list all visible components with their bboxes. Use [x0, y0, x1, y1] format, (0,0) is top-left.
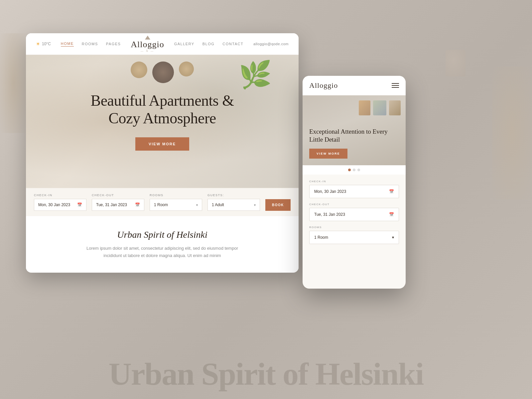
bg-chair-right — [492, 66, 532, 200]
bg-chair-left — [0, 33, 27, 133]
rooms-label: ROOMS — [150, 194, 202, 197]
art-piece-2 — [373, 100, 386, 115]
hamburger-line-2 — [392, 85, 399, 86]
booking-bar: CHECK-IN Mon, 30 Jan 2023 📅 CHECK-OUT Tu… — [26, 188, 299, 216]
checkout-label: CHECK-OUT — [92, 194, 144, 197]
wall-decor — [131, 62, 194, 83]
wall-circle-1 — [131, 62, 147, 78]
mobile-mockup: Alloggio Exceptional Attention to Every … — [303, 76, 406, 289]
mobile-calendar-icon-checkin: 📅 — [389, 189, 394, 194]
mobile-rooms-select[interactable]: 1 Room ▾ — [309, 231, 399, 244]
guests-value: 1 Adult — [212, 202, 224, 207]
mobile-view-more-button[interactable]: VIEW MORE — [309, 149, 347, 159]
guests-field: GUESTS: 1 Adult ▾ — [207, 194, 260, 211]
nav-right: alloggio@qode.com — [253, 42, 289, 46]
calendar-icon-checkout: 📅 — [135, 202, 140, 207]
mobile-calendar-icon-checkout: 📅 — [389, 212, 394, 217]
checkout-value: Tue, 31 Jan 2023 — [96, 202, 127, 207]
hero-title-line1: Beautiful Apartments & — [90, 92, 234, 109]
mobile-rooms-chevron-icon: ▾ — [392, 235, 394, 240]
checkout-input[interactable]: Tue, 31 Jan 2023 📅 — [92, 199, 144, 211]
nav-contact[interactable]: CONTACT — [222, 42, 243, 46]
mobile-checkin-value: Mon, 30 Jan 2023 — [314, 189, 346, 194]
dot-3[interactable] — [357, 169, 360, 171]
hamburger-line-3 — [392, 87, 399, 88]
mobile-hero-text: Exceptional Attention to Every Little De… — [309, 128, 399, 159]
nav-links-right: GALLERY BLOG CONTACT — [174, 42, 244, 46]
logo-text: Alloggio — [131, 40, 164, 49]
nav-links-left: HOME ROOMS PAGES — [61, 42, 121, 47]
nav-pages[interactable]: PAGES — [106, 42, 121, 46]
rooms-field: ROOMS 1 Room ▾ — [150, 194, 202, 211]
desktop-logo[interactable]: Alloggio — Ã — — [131, 36, 164, 53]
mobile-checkout-value: Tue, 31 Jan 2023 — [314, 212, 345, 217]
rooms-chevron-icon: ▾ — [196, 203, 198, 207]
checkin-field: CHECK-IN Mon, 30 Jan 2023 📅 — [34, 194, 86, 211]
plant-icon: 🌿 — [239, 62, 279, 88]
rooms-select[interactable]: 1 Room ▾ — [150, 199, 202, 211]
carousel-dots — [303, 165, 406, 175]
nav-home[interactable]: HOME — [61, 42, 74, 47]
desktop-content: Urban Spirit of Helsinki Lorem ipsum dol… — [26, 216, 299, 269]
mobile-hero-title: Exceptional Attention to Every Little De… — [309, 128, 399, 144]
checkin-value: Mon, 30 Jan 2023 — [38, 202, 70, 207]
nav-gallery[interactable]: GALLERY — [174, 42, 195, 46]
temperature: 10°C — [42, 42, 51, 46]
mobile-checkin-input[interactable]: Mon, 30 Jan 2023 📅 — [309, 185, 399, 198]
hamburger-menu-button[interactable] — [392, 83, 399, 88]
dot-2[interactable] — [353, 169, 355, 171]
hero-title: Beautiful Apartments & Cozy Atmosphere — [90, 92, 234, 127]
rooms-value: 1 Room — [154, 202, 168, 207]
book-now-button[interactable]: BOOK — [265, 199, 291, 211]
nav-blog[interactable]: BLOG — [202, 42, 215, 46]
guests-chevron-icon: ▾ — [254, 203, 256, 207]
logo-subtext: — Ã — — [131, 50, 164, 53]
checkin-input[interactable]: Mon, 30 Jan 2023 📅 — [34, 199, 86, 211]
checkin-label: CHECK-IN — [34, 194, 86, 197]
mobile-hero: Exceptional Attention to Every Little De… — [303, 95, 406, 165]
desktop-hero: 🌿 Beautiful Apartments & Cozy Atmosphere… — [26, 55, 299, 188]
mobile-nav: Alloggio — [303, 76, 406, 95]
logo-triangle — [145, 36, 150, 40]
nav-email: alloggio@qode.com — [253, 42, 289, 46]
mobile-logo[interactable]: Alloggio — [309, 81, 338, 90]
mobile-booking: CHECK-IN Mon, 30 Jan 2023 📅 CHECK-OUT Tu… — [303, 175, 406, 254]
art-piece-3 — [389, 100, 401, 115]
desktop-mockup: ☀ 10°C HOME ROOMS PAGES Alloggio — Ã — G… — [26, 33, 299, 273]
desktop-nav: ☀ 10°C HOME ROOMS PAGES Alloggio — Ã — G… — [26, 33, 299, 55]
mobile-checkout-label: CHECK-OUT — [309, 203, 399, 206]
calendar-icon-checkin: 📅 — [77, 202, 82, 207]
mobile-checkin-field: CHECK-IN Mon, 30 Jan 2023 📅 — [309, 180, 399, 198]
bg-mug-decor — [446, 50, 466, 76]
hero-view-more-button[interactable]: VIEW MORE — [135, 137, 189, 151]
guests-label: GUESTS: — [207, 194, 260, 197]
weather-widget: ☀ 10°C — [36, 41, 51, 47]
mobile-checkout-input[interactable]: Tue, 31 Jan 2023 📅 — [309, 208, 399, 221]
nav-left: ☀ 10°C — [36, 41, 51, 47]
sun-icon: ☀ — [36, 41, 40, 47]
wall-circle-3 — [179, 62, 194, 76]
background-text: Urban Spirit of Helsinki — [0, 355, 532, 392]
mobile-rooms-value: 1 Room — [314, 235, 328, 240]
wall-circle-2 — [152, 62, 174, 83]
mobile-checkin-label: CHECK-IN — [309, 180, 399, 183]
mobile-rooms-label: ROOMS — [309, 226, 399, 229]
plant-decoration: 🌿 — [239, 62, 279, 128]
dot-1[interactable] — [348, 169, 351, 171]
hero-title-line2: Cozy Atmosphere — [108, 110, 216, 127]
hamburger-line-1 — [392, 83, 399, 84]
checkout-field: CHECK-OUT Tue, 31 Jan 2023 📅 — [92, 194, 144, 211]
guests-select[interactable]: 1 Adult ▾ — [207, 199, 260, 211]
mobile-art-decor — [359, 100, 401, 115]
mobile-rooms-field: ROOMS 1 Room ▾ — [309, 226, 399, 244]
art-piece-1 — [359, 100, 370, 115]
mobile-checkout-field: CHECK-OUT Tue, 31 Jan 2023 📅 — [309, 203, 399, 221]
content-paragraph: Lorem ipsum dolor sit amet, consectetur … — [82, 245, 242, 259]
nav-rooms[interactable]: ROOMS — [82, 42, 98, 46]
content-title: Urban Spirit of Helsinki — [36, 229, 289, 240]
